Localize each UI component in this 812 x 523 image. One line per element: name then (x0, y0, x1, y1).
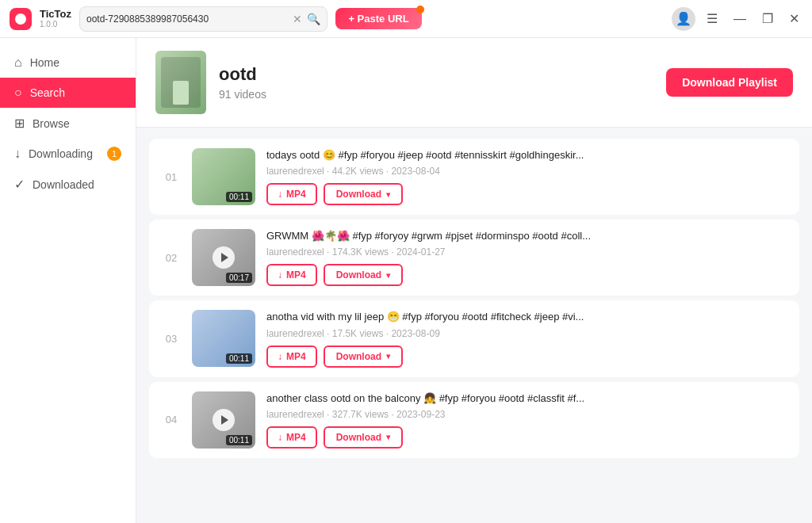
item-info: another class ootd on the balcony 👧 #fyp… (266, 391, 787, 420)
sidebar-item-label: Downloaded (33, 178, 94, 191)
chevron-down-icon: ▾ (386, 433, 390, 441)
item-info: todays ootd 😊 #fyp #foryou #jeep #ootd #… (266, 148, 787, 177)
sidebar: ⌂ Home ○ Search ⊞ Browse ↓ Downloading 1… (0, 38, 136, 523)
sidebar-item-downloading[interactable]: ↓ Downloading 1 (0, 139, 136, 169)
item-number: 04 (162, 414, 181, 426)
sidebar-item-browse[interactable]: ⊞ Browse (0, 108, 136, 139)
item-title: todays ootd 😊 #fyp #foryou #jeep #ootd #… (266, 148, 787, 162)
item-actions: ↓ MP4 Download ▾ (266, 426, 787, 449)
item-actions: ↓ MP4 Download ▾ (266, 264, 787, 286)
playlist-title: ootd (219, 64, 653, 85)
item-meta: laurenedrexel · 327.7K views · 2023-09-2… (266, 409, 787, 420)
video-item: 04 00:11 another class ootd on the balco… (149, 382, 799, 458)
duration-badge: 00:11 (226, 353, 252, 364)
mp4-button[interactable]: ↓ MP4 (266, 183, 317, 205)
duration-badge: 00:11 (226, 435, 252, 445)
download-arrow-icon: ↓ (278, 189, 282, 200)
video-list: 01 00:11 todays ootd 😊 #fyp #foryou #jee… (136, 128, 812, 523)
item-number: 02 (162, 252, 181, 264)
paste-url-button[interactable]: + Paste URL (335, 8, 421, 29)
chevron-down-icon: ▾ (386, 352, 390, 361)
item-thumbnail: 00:11 (192, 391, 255, 449)
video-item: 01 00:11 todays ootd 😊 #fyp #foryou #jee… (149, 139, 799, 215)
item-meta: laurenedrexel · 174.3K views · 2024-01-2… (266, 246, 787, 258)
item-title: anotha vid with my lil jeep 😁 #fyp #fory… (266, 310, 787, 324)
download-button[interactable]: Download ▾ (324, 345, 403, 368)
sidebar-item-label: Search (30, 86, 65, 99)
download-button[interactable]: Download ▾ (324, 426, 403, 449)
playlist-header: ootd 91 videos Download Playlist (136, 38, 812, 128)
video-item: 03 00:11 anotha vid with my lil jeep 😁 #… (149, 300, 799, 376)
minimize-button[interactable]: — (730, 10, 749, 28)
download-button[interactable]: Download ▾ (324, 264, 403, 286)
sidebar-item-downloaded[interactable]: ✓ Downloaded (0, 169, 136, 200)
playlist-thumbnail (155, 51, 206, 114)
maximize-button[interactable]: ❐ (759, 10, 776, 28)
app-version: 1.0.0 (40, 20, 71, 29)
sidebar-item-label: Downloading (29, 147, 93, 160)
chevron-down-icon: ▾ (386, 190, 390, 199)
url-clear-icon[interactable]: ✕ (293, 13, 302, 25)
sidebar-item-label: Browse (33, 117, 70, 130)
item-info: anotha vid with my lil jeep 😁 #fyp #fory… (266, 310, 787, 338)
sidebar-item-home[interactable]: ⌂ Home (0, 48, 136, 78)
menu-button[interactable]: ☰ (703, 10, 721, 28)
item-title: another class ootd on the balcony 👧 #fyp… (266, 391, 787, 406)
notification-dot (416, 6, 424, 13)
mp4-button[interactable]: ↓ MP4 (266, 264, 317, 286)
download-button[interactable]: Download ▾ (324, 183, 403, 205)
window-controls: ☰ — ❐ ✕ (703, 10, 802, 28)
content-area: ootd 91 videos Download Playlist 01 00:1… (136, 38, 812, 523)
titlebar: TicToz 1.0.0 ootd-7290885389987056430 ✕ … (0, 0, 812, 38)
chevron-down-icon: ▾ (386, 271, 390, 280)
search-icon[interactable]: 🔍 (307, 13, 320, 25)
sidebar-item-search[interactable]: ○ Search (0, 78, 136, 108)
download-arrow-icon: ↓ (278, 269, 282, 281)
sidebar-item-label: Home (30, 56, 59, 69)
home-icon: ⌂ (14, 55, 22, 70)
playlist-video-count: 91 videos (219, 88, 653, 101)
mp4-button[interactable]: ↓ MP4 (266, 345, 317, 368)
item-meta: laurenedrexel · 17.5K views · 2023-08-09 (266, 328, 787, 339)
item-number: 01 (162, 171, 181, 183)
duration-badge: 00:11 (226, 192, 252, 202)
search-sidebar-icon: ○ (14, 86, 22, 100)
downloading-badge: 1 (107, 147, 121, 161)
main-layout: ⌂ Home ○ Search ⊞ Browse ↓ Downloading 1… (0, 38, 812, 523)
download-arrow-icon: ↓ (278, 351, 282, 362)
video-item: 02 00:17 GRWMM 🌺🌴🌺 #fyp #foryoy #grwm #p… (149, 220, 799, 296)
item-meta: laurenedrexel · 44.2K views · 2023-08-04 (266, 166, 787, 177)
avatar[interactable]: 👤 (672, 7, 695, 31)
item-info: GRWMM 🌺🌴🌺 #fyp #foryoy #grwm #pjset #dor… (266, 229, 787, 258)
item-actions: ↓ MP4 Download ▾ (266, 345, 787, 368)
duration-badge: 00:17 (226, 273, 252, 283)
item-thumbnail: 00:11 (192, 148, 255, 205)
download-arrow-icon: ↓ (278, 432, 282, 443)
app-name-block: TicToz 1.0.0 (40, 9, 71, 29)
item-thumbnail: 00:17 (192, 229, 255, 286)
item-number: 03 (162, 333, 181, 345)
app-logo (10, 8, 32, 30)
download-playlist-button[interactable]: Download Playlist (666, 68, 793, 97)
app-name: TicToz (40, 9, 71, 20)
playlist-info: ootd 91 videos (219, 64, 653, 101)
browse-icon: ⊞ (14, 116, 25, 131)
mp4-button[interactable]: ↓ MP4 (266, 426, 317, 449)
item-thumbnail: 00:11 (192, 310, 255, 367)
url-bar[interactable]: ootd-7290885389987056430 ✕ 🔍 (79, 6, 327, 32)
url-text: ootd-7290885389987056430 (86, 13, 288, 25)
close-button[interactable]: ✕ (786, 10, 802, 28)
avatar-icon: 👤 (676, 11, 691, 26)
item-actions: ↓ MP4 Download ▾ (266, 183, 787, 205)
download-icon: ↓ (14, 147, 21, 161)
item-title: GRWMM 🌺🌴🌺 #fyp #foryoy #grwm #pjset #dor… (266, 229, 787, 243)
downloaded-icon: ✓ (14, 177, 25, 192)
